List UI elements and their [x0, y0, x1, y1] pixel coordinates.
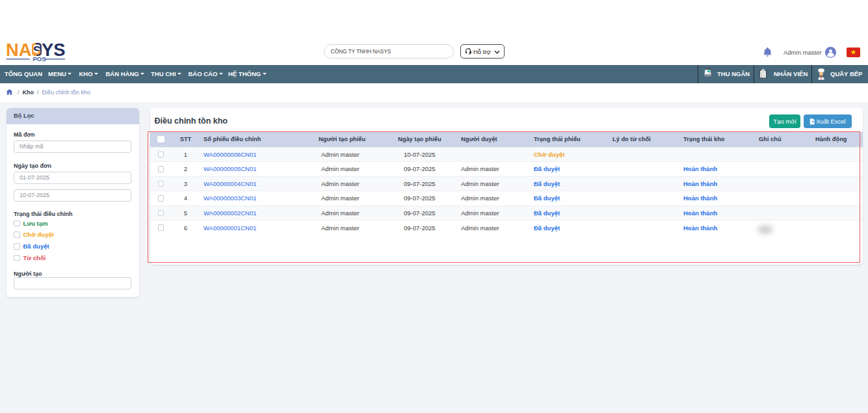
svg-text:POS: POS [33, 55, 46, 62]
svg-text:NA: NA [6, 41, 32, 60]
